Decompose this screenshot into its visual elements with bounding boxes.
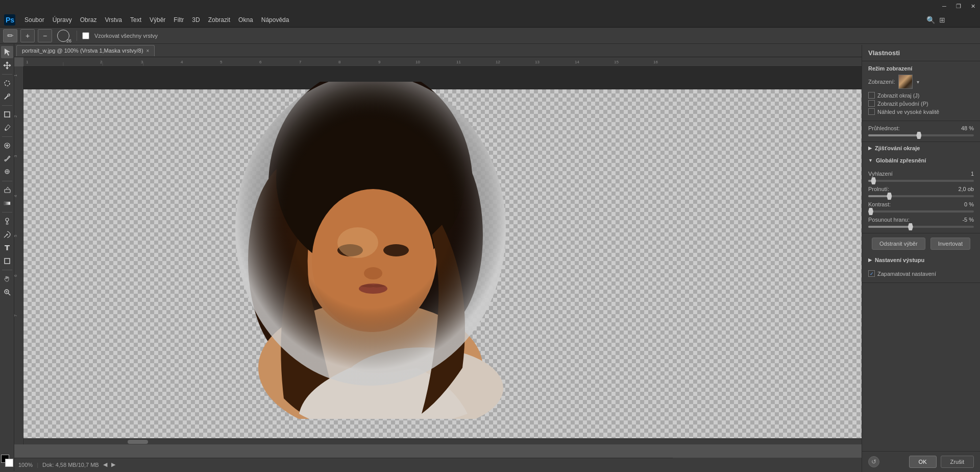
svg-line-20 bbox=[8, 293, 10, 295]
zapamatovat-checkbox[interactable] bbox=[868, 270, 875, 277]
tool-hand[interactable] bbox=[1, 273, 13, 285]
subtract-tool-btn[interactable]: − bbox=[38, 29, 52, 42]
posunout-label: Posunout hranu: bbox=[868, 217, 910, 223]
globalni-arrow: ▼ bbox=[868, 158, 873, 163]
svg-text:6: 6 bbox=[259, 60, 262, 64]
invertovat-btn[interactable]: Invertovat bbox=[930, 238, 970, 250]
menu-vyber[interactable]: Výběr bbox=[145, 14, 169, 26]
tool-text[interactable] bbox=[1, 242, 13, 254]
svg-text:13: 13 bbox=[535, 60, 540, 64]
prolnuti-slider[interactable] bbox=[868, 195, 974, 197]
globalni-content: Vyhlazení 1 Prolnutí: 2,0 ob bbox=[862, 167, 980, 233]
close-button[interactable]: ✕ bbox=[966, 0, 980, 12]
tool-brush[interactable] bbox=[1, 153, 13, 165]
menu-okna[interactable]: Okna bbox=[234, 14, 257, 26]
tab-portrait[interactable]: portrait_w.jpg @ 100% (Vrstva 1,Maska vr… bbox=[16, 45, 155, 56]
tool-zoom[interactable] bbox=[1, 286, 13, 298]
tool-selection[interactable] bbox=[1, 46, 13, 58]
nav-next-btn[interactable]: ▶ bbox=[111, 461, 115, 468]
nastaveni-toggle[interactable]: ▶ Nastavení výstupu bbox=[862, 254, 980, 266]
posunout-slider[interactable] bbox=[868, 226, 974, 228]
svg-text:5: 5 bbox=[220, 60, 223, 64]
menu-obraz[interactable]: Obraz bbox=[76, 14, 101, 26]
foreground-color[interactable] bbox=[1, 455, 13, 467]
sample-all-checkbox[interactable] bbox=[82, 32, 89, 39]
prolnuti-label: Prolnutí: bbox=[868, 186, 889, 192]
canvas-area: 1 2 3 4 5 6 7 8 9 10 11 12 bbox=[14, 57, 980, 458]
tool-eyedropper[interactable] bbox=[1, 122, 13, 134]
zapamatovat-section: Zapamatovat nastavení bbox=[862, 266, 980, 283]
svg-text:1: 1 bbox=[14, 74, 18, 77]
ok-button[interactable]: OK bbox=[909, 456, 937, 468]
svg-text:5: 5 bbox=[14, 234, 18, 237]
search-icon[interactable]: 🔍 bbox=[926, 16, 935, 24]
checkbox-nahled[interactable] bbox=[868, 108, 875, 115]
pruhlednost-section: Průhlednost: 48 % bbox=[862, 121, 980, 142]
minimize-button[interactable]: ─ bbox=[937, 0, 951, 12]
tool-healing[interactable] bbox=[1, 139, 13, 152]
menu-3d[interactable]: 3D bbox=[188, 14, 204, 26]
tool-move[interactable] bbox=[1, 59, 13, 72]
tool-lasso[interactable] bbox=[1, 77, 13, 89]
tool-eraser[interactable] bbox=[1, 184, 13, 196]
kontrast-row: Kontrast: 0 % bbox=[868, 201, 974, 207]
checkbox-nahled-label: Náhled ve vysoké kvalitě bbox=[877, 109, 939, 115]
nastaveni-arrow: ▶ bbox=[868, 257, 872, 263]
nav-prev-btn[interactable]: ◀ bbox=[103, 461, 107, 468]
odstranit-btn[interactable]: Odstranit výběr bbox=[872, 238, 925, 250]
svg-text:2: 2 bbox=[14, 115, 18, 117]
display-thumbnail[interactable] bbox=[898, 75, 913, 89]
tool-dodge[interactable] bbox=[1, 215, 13, 227]
h-scrollbar[interactable] bbox=[23, 438, 980, 444]
right-panel: Vlastnosti Režim zobrazení Zobrazení: ▾ … bbox=[862, 45, 980, 472]
canvas-content bbox=[23, 66, 980, 444]
add-tool-btn[interactable]: + bbox=[20, 29, 35, 42]
tool-pen[interactable] bbox=[1, 228, 13, 241]
tool-magic-wand[interactable] bbox=[1, 90, 13, 103]
vyhlazeni-slider[interactable] bbox=[868, 180, 974, 182]
menu-vrstva[interactable]: Vrstva bbox=[101, 14, 126, 26]
tool-separator-3 bbox=[2, 136, 12, 137]
reset-btn[interactable]: ↺ bbox=[868, 456, 879, 467]
bottom-action-row: ↺ OK Zrušit bbox=[862, 451, 980, 472]
svg-text:16: 16 bbox=[653, 60, 658, 64]
pruhlednost-slider[interactable] bbox=[868, 134, 974, 136]
svg-text:6: 6 bbox=[14, 274, 18, 277]
arrange-icon[interactable]: ⊞ bbox=[939, 16, 945, 24]
separator bbox=[77, 31, 77, 41]
checkbox-okraj-row: Zobrazit okraj (J) bbox=[868, 92, 974, 99]
doc-info: Dok: 4,58 MB/10,7 MB bbox=[42, 462, 99, 468]
checkbox-puvodni[interactable] bbox=[868, 100, 875, 107]
tool-gradient[interactable] bbox=[1, 197, 13, 209]
svg-point-66 bbox=[235, 82, 506, 386]
globalni-toggle[interactable]: ▼ Globální zpřesnění bbox=[862, 154, 980, 167]
menu-soubor[interactable]: Soubor bbox=[20, 14, 48, 26]
svg-text:1: 1 bbox=[26, 60, 29, 64]
zjistovani-toggle[interactable]: ▶ Zjišťování okraje bbox=[862, 142, 980, 154]
menu-napoveda[interactable]: Nápověda bbox=[257, 14, 293, 26]
brush-tool-btn[interactable]: ✏ bbox=[3, 29, 17, 42]
tab-title: portrait_w.jpg @ 100% (Vrstva 1,Maska vr… bbox=[22, 48, 143, 54]
menu-upravy[interactable]: Úpravy bbox=[48, 14, 76, 26]
brush-size-control[interactable]: 26 bbox=[55, 29, 71, 42]
app-icon: Ps bbox=[4, 14, 15, 26]
checkbox-okraj[interactable] bbox=[868, 92, 875, 99]
cancel-button[interactable]: Zrušit bbox=[941, 456, 974, 468]
menu-text[interactable]: Text bbox=[126, 14, 145, 26]
restore-button[interactable]: ❐ bbox=[951, 0, 966, 12]
kontrast-slider[interactable] bbox=[868, 210, 974, 213]
panel-header: Vlastnosti bbox=[862, 45, 980, 61]
tool-crop[interactable] bbox=[1, 108, 13, 121]
thumbnail-dropdown-btn[interactable]: ▾ bbox=[916, 78, 920, 86]
svg-rect-15 bbox=[4, 202, 10, 205]
posunout-value: -5 % bbox=[953, 217, 974, 223]
portrait-image bbox=[223, 82, 519, 419]
svg-rect-18 bbox=[5, 258, 10, 264]
menu-filtr[interactable]: Filtr bbox=[169, 14, 188, 26]
tool-shape[interactable] bbox=[1, 255, 13, 267]
tab-close-btn[interactable]: × bbox=[146, 48, 150, 54]
pruhlednost-value: 48 % bbox=[953, 125, 974, 131]
tool-clone[interactable] bbox=[1, 166, 13, 178]
svg-text:11: 11 bbox=[456, 60, 461, 64]
menu-zobrazit[interactable]: Zobrazit bbox=[204, 14, 234, 26]
